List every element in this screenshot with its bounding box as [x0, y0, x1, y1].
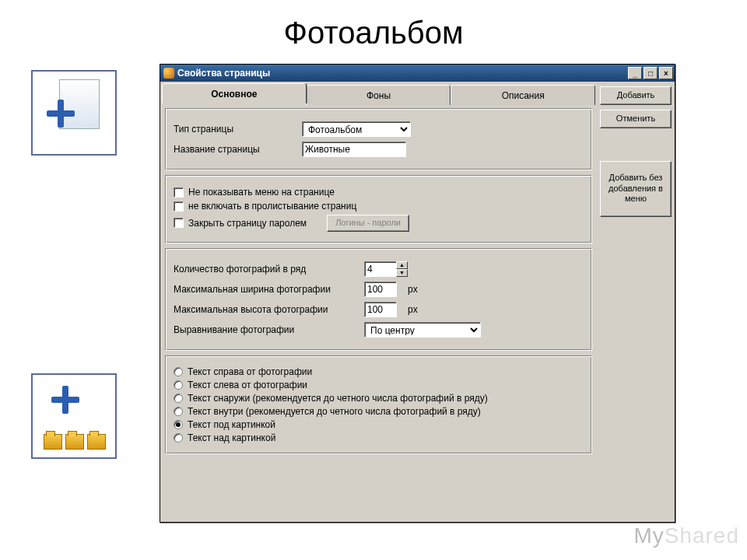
add-button[interactable]: Добавить: [600, 86, 672, 105]
radio-icon[interactable]: [174, 380, 183, 390]
label-max-height: Максимальная высота фотографии: [174, 304, 356, 315]
checkbox-exclude-paging[interactable]: [174, 201, 184, 212]
slide-title: Фотоальбом: [0, 16, 747, 51]
add-without-menu-button[interactable]: Добавить без добавления в меню: [600, 161, 672, 217]
page-properties-window: Свойства страницы _ □ × Основное Фоны Оп…: [160, 64, 675, 523]
radio-text-position[interactable]: Текст внутри (рекомендуется до четного ч…: [174, 406, 584, 417]
input-max-width[interactable]: [364, 282, 397, 297]
radio-text-position[interactable]: Текст слева от фотографии: [174, 380, 584, 390]
select-alignment[interactable]: По центру: [364, 322, 481, 338]
folder-icon: [44, 434, 62, 450]
group-text-position: Текст справа от фотографииТекст слева от…: [165, 355, 592, 454]
checkbox-lock-password[interactable]: [174, 218, 184, 228]
group-basic: Тип страницы Фотоальбом Название страниц…: [165, 108, 592, 170]
unit-px: px: [408, 304, 418, 315]
cancel-button[interactable]: Отменить: [600, 110, 672, 128]
radio-text-position[interactable]: Текст под картинкой: [174, 419, 584, 430]
unit-px: px: [408, 284, 418, 295]
label-lock-password: Закрыть страницу паролем: [188, 218, 307, 229]
label-max-width: Максимальная ширина фотографии: [174, 284, 356, 295]
logins-passwords-button[interactable]: Логины - пароли: [327, 215, 409, 232]
spin-up-icon[interactable]: ▲: [396, 261, 408, 269]
select-page-type[interactable]: Фотоальбом: [302, 121, 411, 137]
watermark: MyShared: [633, 523, 739, 548]
maximize-button[interactable]: □: [644, 67, 658, 79]
radio-label: Текст справа от фотографии: [188, 366, 312, 377]
checkbox-hide-menu[interactable]: [174, 187, 184, 198]
radio-label: Текст над картинкой: [188, 432, 275, 443]
radio-icon[interactable]: [174, 420, 183, 429]
label-hide-menu: Не показывать меню на странице: [188, 187, 335, 198]
window-title: Свойства страницы: [177, 68, 270, 79]
plus-icon: [51, 386, 79, 414]
close-button[interactable]: ×: [659, 67, 673, 79]
label-per-row: Количество фотографий в ряд: [174, 264, 356, 275]
radio-icon[interactable]: [174, 433, 183, 443]
input-page-name[interactable]: [302, 142, 406, 157]
label-exclude-paging: не включать в пролистывание страниц: [188, 201, 356, 212]
tab-main[interactable]: Основное: [162, 83, 307, 103]
tab-bar: Основное Фоны Описания: [162, 83, 595, 103]
radio-label: Текст внутри (рекомендуется до четного ч…: [188, 406, 481, 417]
group-options: Не показывать меню на странице не включа…: [165, 175, 592, 243]
new-album-icon: [31, 373, 117, 459]
label-page-type: Тип страницы: [174, 124, 294, 135]
input-max-height[interactable]: [364, 302, 397, 317]
radio-label: Текст слева от фотографии: [188, 380, 307, 390]
folder-icon: [87, 434, 106, 450]
input-per-row[interactable]: [364, 261, 397, 277]
radio-text-position[interactable]: Текст снаружи (рекомендуется до четного …: [174, 393, 584, 404]
radio-icon[interactable]: [174, 407, 183, 416]
new-page-icon: [31, 70, 117, 156]
radio-icon[interactable]: [174, 394, 183, 403]
radio-text-position[interactable]: Текст справа от фотографии: [174, 366, 584, 377]
titlebar[interactable]: Свойства страницы _ □ ×: [160, 65, 675, 82]
radio-icon[interactable]: [174, 367, 183, 376]
tab-backgrounds[interactable]: Фоны: [307, 85, 451, 105]
radio-text-position[interactable]: Текст над картинкой: [174, 432, 584, 443]
folder-icon: [65, 434, 84, 450]
plus-icon: [47, 100, 75, 128]
tab-descriptions[interactable]: Описания: [451, 85, 595, 105]
radio-label: Текст снаружи (рекомендуется до четного …: [188, 393, 488, 404]
group-photo-settings: Количество фотографий в ряд ▲ ▼ Максимал…: [165, 248, 592, 351]
spin-down-icon[interactable]: ▼: [396, 269, 408, 277]
app-icon: [163, 68, 174, 79]
minimize-button[interactable]: _: [628, 67, 642, 79]
label-page-name: Название страницы: [174, 144, 294, 155]
label-alignment: Выравнивание фотографии: [174, 324, 356, 335]
radio-label: Текст под картинкой: [188, 419, 275, 430]
